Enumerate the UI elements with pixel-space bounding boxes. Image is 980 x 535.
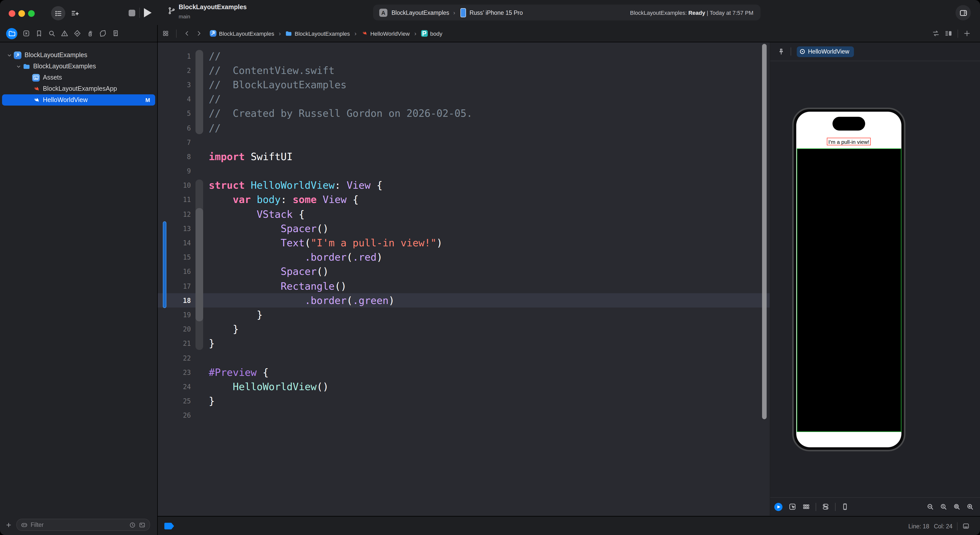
- sidebar-toggle-icon[interactable]: [51, 6, 65, 21]
- branch-name: main: [179, 13, 190, 19]
- file-name: HelloWorldView: [43, 97, 88, 103]
- breadcrumb-item[interactable]: HelloWorldView: [361, 30, 410, 37]
- preview-device-button[interactable]: [841, 503, 849, 511]
- code-line-10[interactable]: 10struct HelloWorldView: View {: [158, 178, 770, 192]
- scheme-name[interactable]: BlockLayoutExamples: [391, 10, 449, 16]
- code-line-24[interactable]: 24 HelloWorldView(): [158, 380, 770, 394]
- editor-scrollbar[interactable]: [762, 44, 767, 419]
- zoom-fit-button[interactable]: [953, 503, 961, 511]
- stop-button[interactable]: [129, 10, 135, 16]
- zoom-out-button[interactable]: [926, 503, 934, 511]
- back-icon[interactable]: [184, 30, 190, 37]
- fold-capsule-focus[interactable]: [196, 208, 203, 321]
- code-line-3[interactable]: 3// BlockLayoutExamples: [158, 78, 770, 92]
- code-line-13[interactable]: 13 Spacer(): [158, 222, 770, 236]
- forward-icon[interactable]: [196, 30, 202, 37]
- code-line-19[interactable]: 19 }: [158, 308, 770, 322]
- zoom-in-button[interactable]: [966, 503, 974, 511]
- clock-icon[interactable]: [129, 521, 136, 528]
- code-line-22[interactable]: 22: [158, 351, 770, 365]
- destination-name[interactable]: Russ’ iPhone 15 Pro: [469, 10, 523, 16]
- intelligence-icon[interactable]: [68, 6, 82, 20]
- plus-minus-icon[interactable]: [139, 521, 145, 528]
- fold-ribbon[interactable]: [196, 164, 203, 178]
- bottom-bar-toggle-icon[interactable]: [962, 522, 970, 530]
- code-line-7[interactable]: 7: [158, 135, 770, 149]
- code-editor[interactable]: 1//2// ContentView.swift3// BlockLayoutE…: [158, 42, 770, 516]
- reports-navigator-icon[interactable]: [112, 30, 119, 37]
- run-button[interactable]: [144, 8, 151, 17]
- fold-ribbon[interactable]: [196, 394, 203, 408]
- code-line-9[interactable]: 9: [158, 164, 770, 178]
- tests-navigator-icon[interactable]: [73, 30, 81, 37]
- code-line-17[interactable]: 17 Rectangle(): [158, 279, 770, 293]
- breadcrumb-item[interactable]: BlockLayoutExamples: [210, 30, 274, 37]
- add-file-button[interactable]: +: [6, 521, 11, 529]
- source-control-change-bar[interactable]: [163, 222, 166, 308]
- related-items-icon[interactable]: [162, 30, 169, 37]
- code-line-26[interactable]: 26: [158, 408, 770, 422]
- debug-navigator-icon[interactable]: [86, 30, 94, 37]
- code-line-6[interactable]: 6//: [158, 121, 770, 135]
- modified-badge: M: [145, 97, 150, 103]
- fold-ribbon[interactable]: [196, 408, 203, 422]
- preview-tab[interactable]: HelloWorldView: [797, 46, 854, 57]
- file-name: BlockLayoutExamples: [33, 63, 96, 70]
- code-line-21[interactable]: 21}: [158, 337, 770, 351]
- minimize-button[interactable]: [18, 10, 25, 17]
- live-preview-button[interactable]: [774, 503, 783, 511]
- close-button[interactable]: [9, 10, 15, 17]
- fold-ribbon[interactable]: [196, 351, 203, 365]
- code-line-1[interactable]: 1//: [158, 49, 770, 63]
- fold-ribbon[interactable]: [196, 365, 203, 379]
- code-line-4[interactable]: 4//: [158, 92, 770, 106]
- breakpoints-navigator-icon[interactable]: [99, 30, 107, 37]
- code-line-2[interactable]: 2// ContentView.swift: [158, 63, 770, 78]
- code-line-11[interactable]: 11 var body: some View {: [158, 193, 770, 207]
- project-navigator-icon[interactable]: [6, 28, 18, 39]
- code-line-12[interactable]: 12 VStack {: [158, 207, 770, 221]
- iphone-screen[interactable]: I'm a pull-in view!: [796, 112, 901, 447]
- sidebar-item-blocklayoutexamplesapp[interactable]: BlockLayoutExamplesApp: [0, 83, 157, 94]
- bookmarks-navigator-icon[interactable]: [35, 30, 43, 37]
- inspector-toggle-icon[interactable]: [956, 5, 971, 21]
- breadcrumb-item[interactable]: Pbody: [421, 30, 442, 37]
- sidebar-item-blocklayoutexamples[interactable]: BlockLayoutExamples: [0, 49, 157, 61]
- code-line-20[interactable]: 20 }: [158, 322, 770, 337]
- sidebar-item-helloworldview[interactable]: HelloWorldViewM: [2, 94, 155, 106]
- selectable-mode-button[interactable]: [789, 503, 796, 511]
- code-line-14[interactable]: 14 Text("I'm a pull-in view!"): [158, 236, 770, 250]
- code-line-16[interactable]: 16 Spacer(): [158, 265, 770, 279]
- code-line-18[interactable]: 18 .border(.green): [158, 293, 770, 308]
- filter-field[interactable]: Filter: [16, 519, 150, 531]
- device-settings-button[interactable]: [822, 503, 829, 511]
- pin-icon[interactable]: [777, 48, 785, 56]
- statusbar-divider: [957, 522, 958, 530]
- sidebar-item-blocklayoutexamples[interactable]: BlockLayoutExamples: [0, 61, 157, 72]
- disclosure-chevron-icon[interactable]: [7, 53, 12, 57]
- code-line-5[interactable]: 5// Created by Russell Gordon on 2026-02…: [158, 106, 770, 121]
- fold-ribbon[interactable]: [196, 135, 203, 149]
- code-line-25[interactable]: 25}: [158, 394, 770, 408]
- fold-capsule-comment[interactable]: [196, 50, 203, 134]
- add-editor-icon[interactable]: [963, 30, 971, 37]
- variants-mode-button[interactable]: [802, 503, 810, 511]
- fold-ribbon[interactable]: [196, 380, 203, 394]
- line-number: 25: [158, 397, 196, 405]
- editor-layout-icon[interactable]: [945, 30, 953, 37]
- code-line-15[interactable]: 15 .border(.red): [158, 250, 770, 264]
- find-navigator-icon[interactable]: [48, 30, 56, 37]
- zoom-button[interactable]: [28, 10, 35, 17]
- disclosure-chevron-icon[interactable]: [16, 64, 21, 68]
- editor-controls-divider: [958, 29, 958, 38]
- scheme-pill[interactable]: A BlockLayoutExamples › Russ’ iPhone 15 …: [373, 5, 760, 21]
- zoom-100-button[interactable]: [940, 503, 947, 511]
- breadcrumb-item[interactable]: BlockLayoutExamples: [285, 30, 350, 37]
- fold-ribbon[interactable]: [196, 150, 203, 164]
- changes-navigator-icon[interactable]: [22, 30, 30, 37]
- code-line-8[interactable]: 8import SwiftUI: [158, 150, 770, 164]
- code-line-23[interactable]: 23#Preview {: [158, 365, 770, 379]
- sidebar-item-assets[interactable]: Assets: [0, 72, 157, 83]
- issues-navigator-icon[interactable]: [61, 30, 68, 37]
- adjust-editor-icon[interactable]: [932, 30, 940, 37]
